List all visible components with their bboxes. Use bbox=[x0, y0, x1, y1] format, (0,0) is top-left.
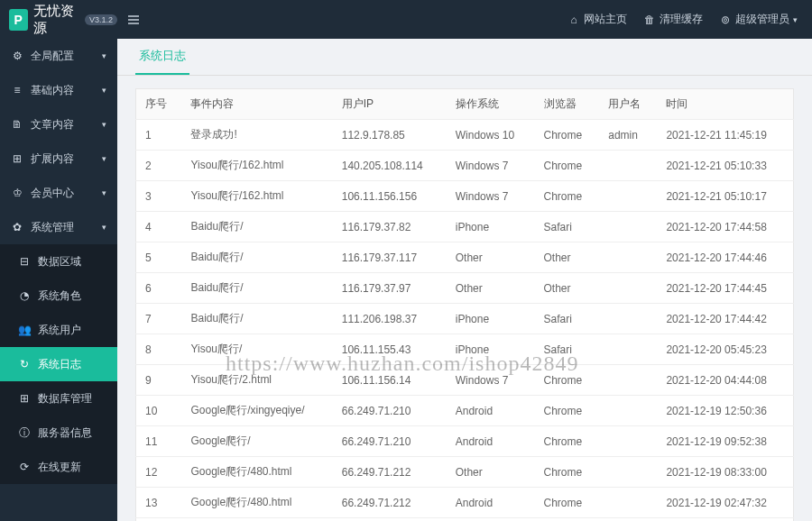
table-cell: 2021-12-20 05:45:23 bbox=[657, 334, 793, 365]
table-cell: Google爬行/xingyeqiye/ bbox=[181, 396, 332, 426]
nav-home-link[interactable]: ⌂网站主页 bbox=[567, 12, 627, 27]
sidebar-toggle-button[interactable] bbox=[117, 4, 150, 36]
sidebar-item-label: 系统日志 bbox=[38, 357, 81, 372]
table-row: 3Yisou爬行/162.html106.11.156.156Windows 7… bbox=[136, 181, 794, 212]
table-cell: Windows 7 bbox=[447, 181, 535, 212]
table-cell: Yisou爬行/2.html bbox=[181, 365, 332, 396]
file-icon: 🗎 bbox=[11, 118, 23, 131]
main-content: 系统日志 序号事件内容用户IP操作系统浏览器用户名时间 1登录成功!112.9.… bbox=[117, 39, 812, 521]
table-cell: Baidu爬行/ bbox=[181, 304, 332, 334]
users-icon: 👥 bbox=[18, 324, 31, 336]
table-cell: Other bbox=[447, 273, 535, 304]
table-cell: 14 bbox=[136, 518, 182, 522]
sidebar-item-2[interactable]: 🗎文章内容▾ bbox=[0, 107, 117, 142]
table-cell: Chrome bbox=[535, 181, 600, 212]
user-icon: ⊚ bbox=[719, 14, 732, 26]
sidebar-item-12[interactable]: ⟳在线更新 bbox=[0, 450, 117, 484]
table-cell: 6 bbox=[136, 273, 182, 304]
col-header: 用户名 bbox=[599, 89, 657, 120]
table-cell: 106.11.155.43 bbox=[333, 334, 447, 365]
table-cell: 2021-12-21 05:10:17 bbox=[657, 181, 793, 212]
sidebar-item-7[interactable]: ◔系统角色 bbox=[0, 279, 117, 313]
table-cell: Chrome bbox=[535, 365, 600, 396]
sidebar-item-3[interactable]: ⊞扩展内容▾ bbox=[0, 142, 117, 176]
table-cell: Windows 10 bbox=[447, 120, 535, 151]
table-cell: 登录成功! bbox=[181, 120, 332, 151]
table-cell: Safari bbox=[535, 334, 600, 365]
table-cell: 2021-12-21 11:45:19 bbox=[657, 120, 793, 151]
dbm-icon: ⊞ bbox=[18, 392, 31, 405]
log-icon: ↻ bbox=[18, 358, 31, 370]
table-cell: 66.249.71.210 bbox=[333, 396, 447, 426]
table-cell: 2021-12-19 12:50:36 bbox=[657, 396, 793, 426]
table-row: 14Yisou爬行/25.html106.11.155.49Windows 7C… bbox=[136, 518, 794, 522]
table-cell: Windows 7 bbox=[447, 518, 535, 522]
table-cell: Google爬行/ bbox=[181, 426, 332, 457]
col-header: 序号 bbox=[136, 89, 182, 120]
db-icon: ⊟ bbox=[18, 255, 31, 268]
upd-icon: ⟳ bbox=[18, 461, 31, 473]
sidebar-item-8[interactable]: 👥系统用户 bbox=[0, 313, 117, 347]
chevron-down-icon: ▾ bbox=[102, 188, 106, 197]
sidebar-item-5[interactable]: ✿系统管理▾ bbox=[0, 210, 117, 244]
table-cell bbox=[599, 426, 657, 457]
table-cell bbox=[599, 242, 657, 273]
list-icon: ≡ bbox=[11, 84, 23, 96]
table-cell: 2021-12-19 02:47:32 bbox=[657, 488, 793, 518]
table-cell: Chrome bbox=[535, 457, 600, 488]
col-header: 用户IP bbox=[333, 89, 447, 120]
gear-icon: ⚙ bbox=[11, 50, 23, 62]
table-cell bbox=[599, 518, 657, 522]
table-cell: 2021-12-20 17:44:45 bbox=[657, 273, 793, 304]
table-cell bbox=[599, 181, 657, 212]
sidebar-item-6[interactable]: ⊟数据区域 bbox=[0, 244, 117, 279]
table-cell: 5 bbox=[136, 242, 182, 273]
table-cell: Safari bbox=[535, 304, 600, 334]
table-cell bbox=[599, 457, 657, 488]
home-icon: ⌂ bbox=[567, 14, 580, 26]
chevron-down-icon: ▾ bbox=[102, 154, 106, 163]
table-row: 12Google爬行/480.html66.249.71.212OtherChr… bbox=[136, 457, 794, 488]
table-cell: Windows 7 bbox=[447, 365, 535, 396]
table-cell: Google爬行/480.html bbox=[181, 457, 332, 488]
sidebar-item-11[interactable]: ⓘ服务器信息 bbox=[0, 416, 117, 450]
table-row: 11Google爬行/66.249.71.210AndroidChrome202… bbox=[136, 426, 794, 457]
table-cell: 116.179.37.82 bbox=[333, 212, 447, 242]
table-cell: 2021-12-19 08:33:00 bbox=[657, 457, 793, 488]
sidebar-item-10[interactable]: ⊞数据库管理 bbox=[0, 381, 117, 416]
sidebar-item-4[interactable]: ♔会员中心▾ bbox=[0, 176, 117, 210]
table-row: 7Baidu爬行/111.206.198.37iPhoneSafari2021-… bbox=[136, 304, 794, 334]
table-cell: 7 bbox=[136, 304, 182, 334]
table-cell: 10 bbox=[136, 396, 182, 426]
table-cell: Android bbox=[447, 426, 535, 457]
table-cell: 2 bbox=[136, 151, 182, 181]
table-cell: 1 bbox=[136, 120, 182, 151]
nav-admin-link[interactable]: ⊚超级管理员 ▾ bbox=[719, 12, 798, 27]
table-cell: Chrome bbox=[535, 396, 600, 426]
table-cell: Other bbox=[447, 242, 535, 273]
table-row: 2Yisou爬行/162.html140.205.108.114Windows … bbox=[136, 151, 794, 181]
tab-system-log[interactable]: 系统日志 bbox=[135, 39, 189, 75]
table-row: 10Google爬行/xingyeqiye/66.249.71.210Andro… bbox=[136, 396, 794, 426]
table-cell: admin bbox=[599, 120, 657, 151]
table-cell bbox=[599, 396, 657, 426]
table-cell: 140.205.108.114 bbox=[333, 151, 447, 181]
table-cell: Baidu爬行/ bbox=[181, 273, 332, 304]
table-row: 13Google爬行/480.html66.249.71.212AndroidC… bbox=[136, 488, 794, 518]
chevron-down-icon: ▾ bbox=[793, 15, 798, 24]
table-cell: 3 bbox=[136, 181, 182, 212]
table-cell: 2021-12-20 17:44:58 bbox=[657, 212, 793, 242]
table-cell: iPhone bbox=[447, 304, 535, 334]
sidebar-item-1[interactable]: ≡基础内容▾ bbox=[0, 73, 117, 107]
nav-cache-link[interactable]: 🗑清理缓存 bbox=[643, 12, 703, 27]
sidebar-item-0[interactable]: ⚙全局配置▾ bbox=[0, 39, 117, 73]
sidebar-item-9[interactable]: ↻系统日志 bbox=[0, 347, 117, 381]
table-cell: Yisou爬行/162.html bbox=[181, 151, 332, 181]
table-row: 8Yisou爬行/106.11.155.43iPhoneSafari2021-1… bbox=[136, 334, 794, 365]
logo-icon: P bbox=[9, 9, 28, 31]
user-icon: ♔ bbox=[11, 187, 23, 199]
table-cell: 111.206.198.37 bbox=[333, 304, 447, 334]
sidebar-item-label: 在线更新 bbox=[38, 460, 81, 475]
table-cell: Android bbox=[447, 488, 535, 518]
sidebar-item-label: 会员中心 bbox=[31, 186, 74, 201]
